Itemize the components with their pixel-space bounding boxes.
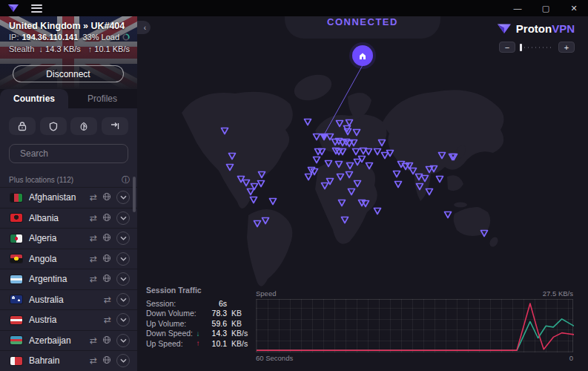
hamburger-menu-icon[interactable]: [31, 4, 42, 13]
session-traffic-panel: Session Traffic Session:6sDown Volume:78…: [146, 286, 254, 349]
chevron-down-icon: [120, 257, 127, 261]
home-icon: [358, 52, 367, 60]
server-pin[interactable]: [248, 194, 259, 208]
server-pin[interactable]: [372, 206, 383, 219]
tab-profiles[interactable]: Profiles: [68, 89, 136, 108]
sidebar-tabs: Countries Profiles: [0, 89, 137, 108]
minimize-button[interactable]: —: [503, 0, 532, 16]
shield-icon: [49, 122, 58, 131]
server-pin[interactable]: [340, 214, 350, 228]
server-pin[interactable]: [309, 166, 320, 180]
expand-country-button[interactable]: [116, 313, 130, 326]
country-flag-icon: [10, 357, 22, 365]
tor-filter-button[interactable]: [70, 117, 97, 135]
server-pin[interactable]: [414, 181, 425, 194]
country-row[interactable]: Afghanistan⇄: [0, 187, 137, 208]
globe-icon: [102, 191, 111, 204]
server-pin[interactable]: [385, 148, 395, 161]
country-row[interactable]: Bahrain⇄: [0, 350, 137, 371]
country-row[interactable]: Argentina⇄: [0, 269, 137, 289]
stat-value: 14.3: [202, 329, 227, 338]
server-pin[interactable]: [337, 197, 347, 211]
country-flag-icon: [10, 316, 22, 324]
server-pin[interactable]: [449, 151, 459, 165]
server-pin[interactable]: [260, 215, 271, 229]
server-pin[interactable]: [219, 125, 230, 139]
expand-country-button[interactable]: [116, 232, 130, 245]
server-pin[interactable]: [364, 160, 374, 174]
brand-vpn-text: VPN: [552, 22, 575, 35]
server-pin[interactable]: [268, 196, 278, 209]
country-row[interactable]: Albania⇄: [0, 208, 137, 229]
stat-unit: KB: [231, 309, 254, 318]
server-pin[interactable]: [437, 150, 447, 163]
tab-countries[interactable]: Countries: [0, 89, 68, 108]
p2p-filter-button[interactable]: [102, 117, 128, 135]
country-row[interactable]: Angola⇄: [0, 249, 137, 269]
close-button[interactable]: ✕: [560, 0, 588, 16]
country-name: Azerbaijan: [29, 335, 90, 346]
zoom-in-button[interactable]: +: [558, 42, 575, 53]
server-pin[interactable]: [337, 146, 348, 160]
info-icon[interactable]: ⓘ: [122, 174, 130, 186]
expand-country-button[interactable]: [116, 334, 130, 347]
search-box[interactable]: [9, 144, 128, 163]
server-pin[interactable]: [479, 228, 489, 241]
home-location-button[interactable]: [352, 45, 373, 66]
country-list: Afghanistan⇄Albania⇄Algeria⇄Angola⇄Argen…: [0, 187, 137, 371]
expand-country-button[interactable]: [116, 211, 130, 225]
secure-core-filter-button[interactable]: [9, 117, 36, 135]
country-flag-icon: [10, 194, 22, 202]
server-pin[interactable]: [334, 159, 344, 172]
graph-xlabel-left: 60 Seconds: [256, 354, 293, 362]
server-pin[interactable]: [435, 174, 445, 187]
server-pin[interactable]: [257, 169, 267, 183]
zoom-slider[interactable]: [520, 44, 554, 51]
globe-icon: [102, 354, 111, 367]
chevron-down-icon: [120, 195, 127, 200]
zoom-out-button[interactable]: −: [499, 42, 515, 53]
expand-country-button[interactable]: [116, 293, 130, 306]
country-name: Austria: [29, 315, 104, 325]
server-pin[interactable]: [225, 162, 235, 175]
maximize-button[interactable]: ▢: [532, 0, 560, 16]
country-row[interactable]: Algeria⇄: [0, 228, 137, 249]
download-speed-line: [257, 319, 574, 350]
connection-card: United Kingdom » UK#404 IP: 194.36.110.1…: [0, 16, 137, 89]
protonvpn-brand: ProtonVPN: [497, 22, 575, 35]
search-input[interactable]: [20, 148, 135, 159]
collapse-sidebar-button[interactable]: ‹: [137, 21, 151, 34]
server-pin[interactable]: [424, 186, 435, 200]
expand-country-button[interactable]: [116, 191, 130, 204]
expand-country-button[interactable]: [116, 252, 130, 266]
country-row[interactable]: Austria⇄: [0, 309, 137, 330]
stat-row: Down Volume:78.3KB: [146, 309, 254, 319]
stat-value: 59.6: [202, 319, 227, 328]
tor-icon: [79, 122, 88, 131]
disconnect-button[interactable]: Disconnect: [13, 65, 124, 82]
stat-label: Up Volume:: [146, 319, 186, 328]
country-row[interactable]: Azerbaijan⇄: [0, 330, 137, 351]
speed-graph: Speed 27.5 KB/s 60 Seconds 0: [256, 289, 573, 364]
session-traffic-title: Session Traffic: [146, 286, 254, 295]
server-pin[interactable]: [320, 180, 330, 194]
connected-server-pin[interactable]: [319, 131, 329, 145]
server-pin[interactable]: [303, 116, 313, 130]
country-flag-icon: [10, 295, 22, 303]
ip-label: IP:: [9, 33, 19, 42]
server-pin[interactable]: [360, 198, 371, 211]
stat-row: Down Speed:↓14.3KB/s: [146, 329, 254, 339]
server-pin[interactable]: [352, 178, 363, 191]
list-scrollbar[interactable]: [133, 177, 136, 212]
country-row[interactable]: Australia⇄: [0, 289, 137, 310]
zoom-slider-thumb[interactable]: [520, 44, 522, 51]
expand-country-button[interactable]: [116, 272, 130, 286]
expand-country-button[interactable]: [116, 354, 130, 367]
country-name: Angola: [29, 254, 90, 264]
netshield-filter-button[interactable]: [40, 117, 67, 135]
server-pin[interactable]: [443, 209, 453, 223]
server-pin[interactable]: [323, 158, 334, 171]
server-pin[interactable]: [393, 179, 403, 192]
country-name: Bahrain: [29, 355, 90, 366]
globe-icon: [102, 211, 111, 225]
